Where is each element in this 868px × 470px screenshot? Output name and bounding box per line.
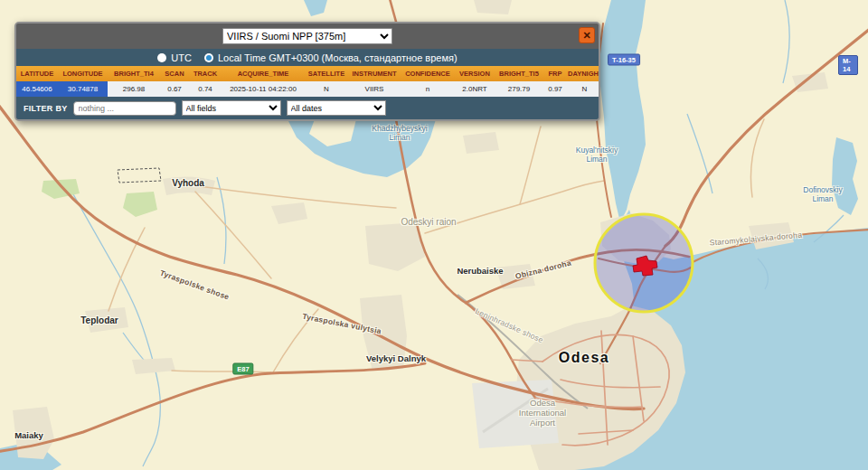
utc-radio-circle[interactable] (157, 53, 166, 62)
boundary-dashed (118, 168, 161, 183)
col-daynight[interactable]: DAYNIGHT (567, 66, 600, 81)
col-latitude[interactable]: LATITUDE (16, 66, 58, 81)
col-track[interactable]: TRACK (189, 66, 222, 81)
col-frp[interactable]: FRP (543, 66, 567, 81)
utc-radio-label: UTC (171, 52, 192, 63)
cell-version: 2.0NRT (455, 81, 495, 97)
table-row[interactable]: 46.54606 30.74878 296.98 0.67 0.74 2025-… (16, 81, 600, 97)
filter-input[interactable] (73, 101, 176, 116)
col-scan[interactable]: SCAN (160, 66, 189, 81)
filter-by-label: FILTER BY (24, 104, 68, 113)
col-confidence[interactable]: CONFIDENCE (401, 66, 455, 81)
local-time-radio[interactable]: Local Time GMT+0300 (Москва, стандартное… (204, 52, 458, 63)
cell-longitude[interactable]: 30.74878 (58, 81, 108, 97)
local-time-radio-circle[interactable] (204, 53, 213, 62)
road-badge-t16-35: T-16-35 (608, 54, 640, 66)
panel-titlebar: VIIRS / Suomi NPP [375m] ✕ (16, 24, 599, 49)
fire-data-panel: VIIRS / Suomi NPP [375m] ✕ UTC Local Tim… (14, 22, 600, 121)
cell-acquire-time: 2025-10-11 04:22:00 (222, 81, 305, 97)
col-acquire-time[interactable]: ACQUIRE_TIME (222, 66, 305, 81)
cell-track: 0.74 (189, 81, 222, 97)
time-toggle-bar: UTC Local Time GMT+0300 (Москва, стандар… (16, 49, 599, 66)
cell-bright-ti5: 279.79 (495, 81, 543, 97)
col-version[interactable]: VERSION (455, 66, 495, 81)
table-header-row: LATITUDE LONGITUDE BRIGHT_TI4 SCAN TRACK… (16, 66, 600, 81)
map-viewport[interactable]: Khadzhybeyskyi Liman Kuyal'nitskiy Liman… (0, 0, 868, 470)
col-bright-ti5[interactable]: BRIGHT_TI5 (495, 66, 543, 81)
utc-radio[interactable]: UTC (157, 52, 192, 63)
cell-instrument: VIIRS (348, 81, 401, 97)
cell-bright-ti4: 296.98 (108, 81, 160, 97)
cell-confidence: n (401, 81, 455, 97)
dataset-select[interactable]: VIIRS / Suomi NPP [375m] (222, 28, 392, 44)
road-badge-m14: M-14 (838, 55, 858, 75)
col-instrument[interactable]: INSTRUMENT (348, 66, 401, 81)
cell-daynight: N (567, 81, 600, 97)
filter-bar: FILTER BY All fields All dates (16, 97, 599, 119)
col-longitude[interactable]: LONGITUDE (58, 66, 108, 81)
filter-dates-select[interactable]: All dates (287, 100, 386, 116)
col-satellite[interactable]: SATELLITE (305, 66, 348, 81)
cell-satellite: N (305, 81, 348, 97)
fire-attributes-table: LATITUDE LONGITUDE BRIGHT_TI4 SCAN TRACK… (16, 66, 600, 97)
filter-fields-select[interactable]: All fields (182, 100, 281, 116)
col-bright-ti4[interactable]: BRIGHT_TI4 (108, 66, 160, 81)
local-time-radio-label: Local Time GMT+0300 (Москва, стандартное… (218, 52, 458, 63)
road-badge-e87: E87 (232, 363, 253, 375)
cell-frp: 0.97 (543, 81, 567, 97)
close-icon[interactable]: ✕ (579, 27, 595, 43)
cell-latitude[interactable]: 46.54606 (16, 81, 58, 97)
cell-scan: 0.67 (160, 81, 189, 97)
